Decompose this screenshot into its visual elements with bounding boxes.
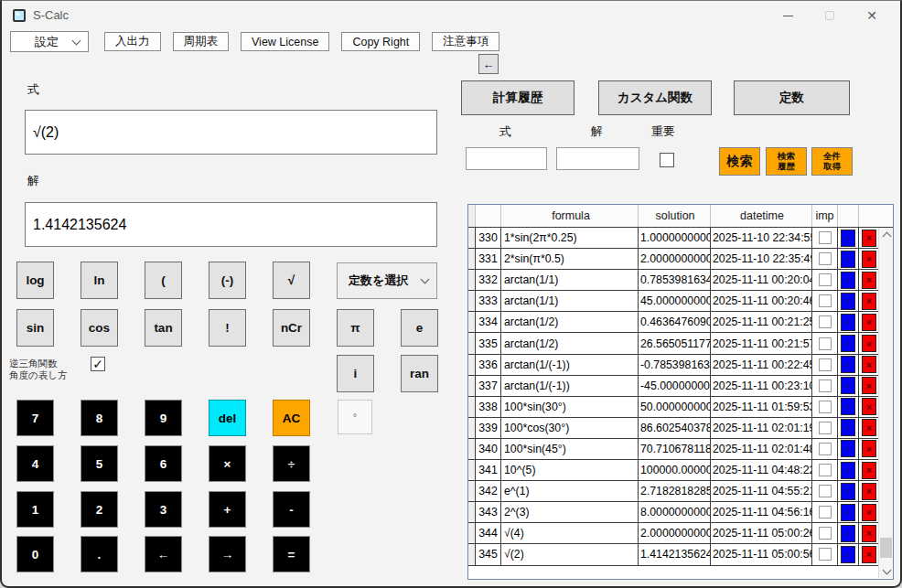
- row-imp-checkbox[interactable]: [819, 527, 832, 540]
- key-←[interactable]: ←: [145, 536, 182, 572]
- toolbar-button-3[interactable]: Copy Right: [341, 32, 420, 51]
- close-button[interactable]: ✕: [851, 1, 893, 30]
- key-π[interactable]: π: [337, 309, 374, 347]
- key-7[interactable]: 7: [16, 400, 54, 436]
- row-confirm-button[interactable]: ✓: [841, 377, 855, 394]
- solution-input[interactable]: [25, 202, 437, 247]
- table-scrollbar[interactable]: [878, 228, 893, 578]
- row-imp-checkbox[interactable]: [819, 485, 832, 497]
- key-![interactable]: !: [209, 309, 246, 347]
- constant-select-dropdown[interactable]: 定数を選択: [337, 262, 437, 299]
- row-confirm-button[interactable]: ✓: [841, 525, 855, 542]
- tab-calc-history[interactable]: 計算履歴: [461, 80, 574, 115]
- key-cos[interactable]: cos: [81, 309, 118, 347]
- row-imp-checkbox[interactable]: [819, 294, 832, 307]
- row-confirm-button[interactable]: ✓: [841, 546, 855, 563]
- key-0[interactable]: 0: [16, 536, 54, 572]
- tab-constants[interactable]: 定数: [734, 80, 850, 115]
- row-imp-checkbox[interactable]: [819, 506, 832, 519]
- key-.[interactable]: .: [81, 536, 118, 572]
- row-confirm-button[interactable]: ✓: [841, 314, 855, 331]
- row-imp-checkbox[interactable]: [819, 337, 832, 350]
- key-sin[interactable]: sin: [16, 309, 54, 347]
- row-delete-button[interactable]: ×: [862, 314, 876, 331]
- scroll-down-button[interactable]: [879, 563, 894, 578]
- row-confirm-button[interactable]: ✓: [841, 462, 855, 479]
- row-imp-checkbox[interactable]: [819, 422, 832, 434]
- row-confirm-button[interactable]: ✓: [841, 293, 855, 310]
- search-button[interactable]: 検索: [719, 147, 760, 176]
- key--[interactable]: -: [273, 491, 310, 528]
- row-confirm-button[interactable]: ✓: [841, 398, 855, 415]
- fetch-all-button[interactable]: 全件 取得: [811, 147, 853, 176]
- row-imp-checkbox[interactable]: [819, 548, 832, 561]
- scrollbar-thumb[interactable]: [880, 538, 892, 558]
- inverse-trig-checkbox[interactable]: ✓: [91, 357, 105, 371]
- key-÷[interactable]: ÷: [273, 445, 310, 482]
- key-9[interactable]: 9: [145, 400, 182, 436]
- row-imp-checkbox[interactable]: [819, 273, 832, 286]
- row-delete-button[interactable]: ×: [862, 272, 876, 289]
- search-formula-input[interactable]: [466, 147, 547, 170]
- minimize-button[interactable]: [767, 1, 809, 30]
- key-6[interactable]: 6: [145, 445, 182, 482]
- key-([interactable]: (: [145, 262, 182, 299]
- row-delete-button[interactable]: ×: [862, 440, 876, 457]
- search-history-button[interactable]: 検索 履歴: [766, 147, 807, 176]
- row-imp-checkbox[interactable]: [819, 464, 832, 476]
- settings-dropdown[interactable]: 設定: [10, 31, 89, 52]
- row-imp-checkbox[interactable]: [819, 380, 832, 392]
- key-del[interactable]: del: [209, 400, 246, 436]
- row-imp-checkbox[interactable]: [819, 315, 832, 328]
- row-delete-button[interactable]: ×: [862, 251, 876, 268]
- row-confirm-button[interactable]: ✓: [841, 230, 855, 247]
- key-→[interactable]: →: [209, 536, 246, 572]
- row-confirm-button[interactable]: ✓: [841, 504, 855, 521]
- row-confirm-button[interactable]: ✓: [841, 272, 855, 289]
- key-+[interactable]: +: [209, 491, 246, 528]
- row-imp-checkbox[interactable]: [819, 358, 832, 371]
- formula-input[interactable]: [25, 110, 437, 155]
- row-confirm-button[interactable]: ✓: [841, 483, 855, 500]
- key-AC[interactable]: AC: [273, 400, 310, 436]
- row-delete-button[interactable]: ×: [862, 335, 876, 352]
- key-2[interactable]: 2: [81, 491, 118, 528]
- key-ran[interactable]: ran: [401, 355, 438, 392]
- key-nCr[interactable]: nCr: [273, 309, 310, 347]
- row-delete-button[interactable]: ×: [862, 293, 876, 310]
- row-delete-button[interactable]: ×: [862, 356, 876, 373]
- row-delete-button[interactable]: ×: [862, 419, 876, 436]
- row-delete-button[interactable]: ×: [862, 546, 876, 563]
- maximize-button[interactable]: [809, 1, 851, 30]
- row-confirm-button[interactable]: ✓: [841, 251, 855, 268]
- key-√[interactable]: √: [273, 262, 310, 299]
- key-8[interactable]: 8: [81, 400, 118, 436]
- row-delete-button[interactable]: ×: [862, 462, 876, 479]
- key-3[interactable]: 3: [145, 491, 182, 528]
- row-delete-button[interactable]: ×: [862, 398, 876, 415]
- row-delete-button[interactable]: ×: [862, 483, 876, 500]
- row-delete-button[interactable]: ×: [862, 504, 876, 521]
- key-log[interactable]: log: [16, 262, 54, 299]
- key-5[interactable]: 5: [81, 445, 118, 482]
- scroll-up-button[interactable]: [879, 228, 894, 242]
- row-confirm-button[interactable]: ✓: [841, 356, 855, 373]
- toolbar-button-0[interactable]: 入出力: [104, 32, 161, 51]
- row-delete-button[interactable]: ×: [862, 230, 876, 247]
- key-1[interactable]: 1: [16, 491, 54, 528]
- row-imp-checkbox[interactable]: [819, 252, 832, 265]
- toolbar-button-2[interactable]: View License: [241, 32, 329, 51]
- key-(-)[interactable]: (-): [209, 262, 246, 299]
- row-confirm-button[interactable]: ✓: [841, 440, 855, 457]
- key-i[interactable]: i: [337, 355, 374, 392]
- row-imp-checkbox[interactable]: [819, 401, 832, 413]
- search-solution-input[interactable]: [556, 147, 639, 170]
- toolbar-button-1[interactable]: 周期表: [173, 32, 230, 51]
- key-tan[interactable]: tan: [145, 309, 182, 347]
- key-e[interactable]: e: [401, 309, 438, 347]
- key-=[interactable]: =: [273, 536, 310, 572]
- row-delete-button[interactable]: ×: [862, 525, 876, 542]
- row-imp-checkbox[interactable]: [819, 231, 832, 244]
- row-confirm-button[interactable]: ✓: [841, 419, 855, 436]
- important-checkbox[interactable]: [660, 153, 674, 167]
